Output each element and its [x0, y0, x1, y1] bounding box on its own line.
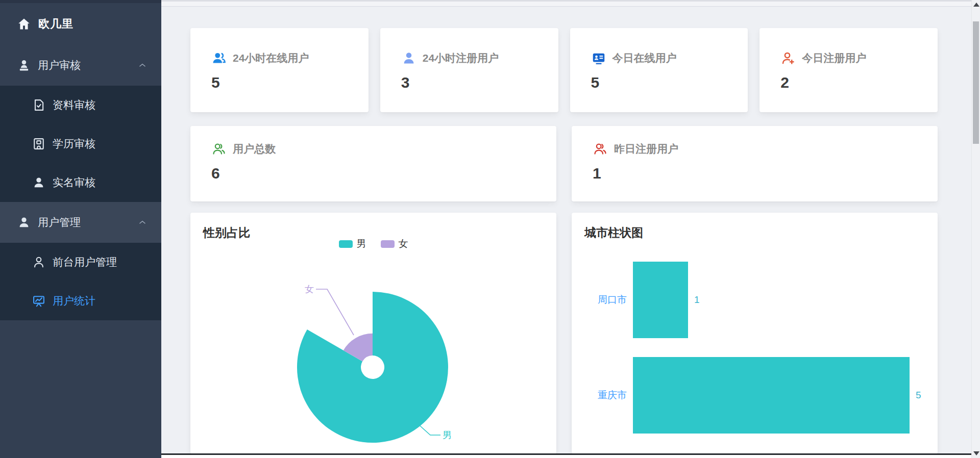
user-plus-icon — [780, 50, 796, 66]
doc-check-icon — [32, 98, 46, 112]
sidebar-item-label: 用户管理 — [38, 215, 81, 230]
users-outline-icon — [211, 141, 227, 157]
stat-card-label: 24小时注册用户 — [423, 51, 499, 65]
pie-slice-label: 女 — [305, 284, 314, 294]
pie-slice-男[interactable] — [297, 292, 448, 443]
bar-value-label: 5 — [916, 357, 921, 434]
stat-card-head: 24小时注册用户 — [401, 50, 558, 66]
stat-card-value: 3 — [401, 75, 558, 90]
sidebar-item-user-audit[interactable]: 用户审核 — [0, 45, 161, 86]
stat-card-registered-today: 今日注册用户2 — [760, 28, 938, 112]
stat-card-head: 24小时在线用户 — [211, 50, 369, 66]
user-filled-light-icon — [401, 50, 416, 66]
bar-value-label: 1 — [694, 262, 700, 338]
stat-card-total-users: 用户总数6 — [190, 126, 556, 201]
sidebar-item-profile-audit[interactable]: 资料审核 — [0, 86, 161, 124]
sidebar-item-front-user-manage[interactable]: 前台用户管理 — [0, 243, 161, 282]
sidebar-item-user-manage[interactable]: 用户管理 — [0, 202, 161, 243]
stat-card-head: 昨日注册用户 — [593, 141, 938, 157]
school-icon — [32, 137, 46, 151]
sidebar-logo[interactable]: 欧几里 — [0, 3, 161, 45]
audit-stamp-icon — [17, 58, 31, 72]
pie-label-leader — [420, 426, 440, 435]
sidebar-item-label: 学历审核 — [53, 137, 95, 151]
stat-card-value: 5 — [211, 75, 369, 90]
sidebar-item-label: 实名审核 — [53, 175, 95, 190]
stat-card-registered-24h: 24小时注册用户3 — [380, 28, 558, 112]
sidebar-menu: 用户审核资料审核学历审核实名审核用户管理前台用户管理用户统计 — [0, 45, 161, 320]
stat-card-head: 今日在线用户 — [591, 50, 748, 66]
sidebar-item-education-audit[interactable]: 学历审核 — [0, 124, 161, 163]
bar-重庆市[interactable] — [633, 357, 910, 434]
chevron-up-icon[interactable] — [137, 217, 148, 228]
id-card-icon — [591, 50, 606, 66]
sidebar: 欧几里 用户审核资料审核学历审核实名审核用户管理前台用户管理用户统计 — [0, 0, 161, 458]
stat-card-value: 6 — [211, 166, 556, 181]
scrollbar-thumb[interactable] — [973, 21, 979, 144]
stat-card-label: 今日注册用户 — [802, 51, 866, 65]
gender-pie-chart-card: 性别占比 男女 男女 — [190, 213, 556, 454]
stat-card-label: 用户总数 — [233, 142, 276, 156]
home-icon — [17, 17, 31, 31]
sidebar-item-label: 用户统计 — [53, 294, 95, 308]
scroll-up-arrow-icon[interactable] — [973, 3, 979, 7]
pie-slice-label: 男 — [443, 430, 452, 440]
bar-category-label: 重庆市 — [572, 357, 627, 434]
logo-label: 欧几里 — [38, 16, 74, 32]
chevron-up-icon[interactable] — [137, 60, 148, 71]
stat-card-registered-yesterday: 昨日注册用户1 — [572, 126, 938, 201]
sidebar-item-label: 资料审核 — [53, 98, 95, 112]
stat-card-value: 1 — [593, 166, 938, 181]
bar-category-label: 周口市 — [572, 262, 627, 338]
stats-row-2: 用户总数6昨日注册用户1 — [190, 126, 938, 201]
sidebar-item-realname-audit[interactable]: 实名审核 — [0, 163, 161, 202]
stat-card-label: 今日在线用户 — [612, 51, 677, 65]
scroll-down-arrow-icon[interactable] — [973, 451, 979, 455]
stat-card-online-today: 今日在线用户5 — [570, 28, 748, 112]
city-bar-chart[interactable]: 周口市1重庆市5 — [572, 213, 938, 454]
stat-card-label: 24小时在线用户 — [233, 51, 309, 65]
chart-board-icon — [32, 294, 46, 308]
pie-label-leader — [316, 289, 354, 335]
viewport-bottom-gap — [161, 455, 971, 458]
stat-card-label: 昨日注册用户 — [614, 142, 678, 156]
bar-周口市[interactable] — [633, 262, 688, 338]
vertical-scrollbar[interactable] — [971, 0, 980, 458]
stat-card-head: 用户总数 — [211, 141, 556, 157]
user-filled-icon — [17, 215, 31, 230]
stat-card-online-24h: 24小时在线用户5 — [190, 28, 369, 112]
main-content: 24小时在线用户524小时注册用户3今日在线用户5今日注册用户2 用户总数6昨日… — [161, 0, 971, 458]
stats-row-1: 24小时在线用户524小时注册用户3今日在线用户5今日注册用户2 — [190, 28, 938, 112]
users-outline-red-icon — [593, 141, 608, 157]
stat-card-value: 5 — [591, 75, 748, 90]
main-top-strip — [161, 0, 971, 7]
sidebar-item-user-stats[interactable]: 用户统计 — [0, 282, 161, 320]
gender-pie-chart[interactable]: 男女 — [190, 213, 556, 454]
user-filled-icon — [32, 175, 46, 190]
sidebar-item-label: 用户审核 — [38, 58, 81, 72]
user-outline-icon — [32, 255, 46, 269]
users-filled-icon — [211, 50, 227, 66]
stat-card-head: 今日注册用户 — [780, 50, 938, 66]
city-bar-chart-card: 城市柱状图 周口市1重庆市5 — [572, 213, 938, 454]
stat-card-value: 2 — [780, 75, 938, 90]
charts-row: 性别占比 男女 男女 城市柱状图 周口市1重庆市5 — [190, 213, 938, 454]
sidebar-item-label: 前台用户管理 — [53, 255, 117, 269]
